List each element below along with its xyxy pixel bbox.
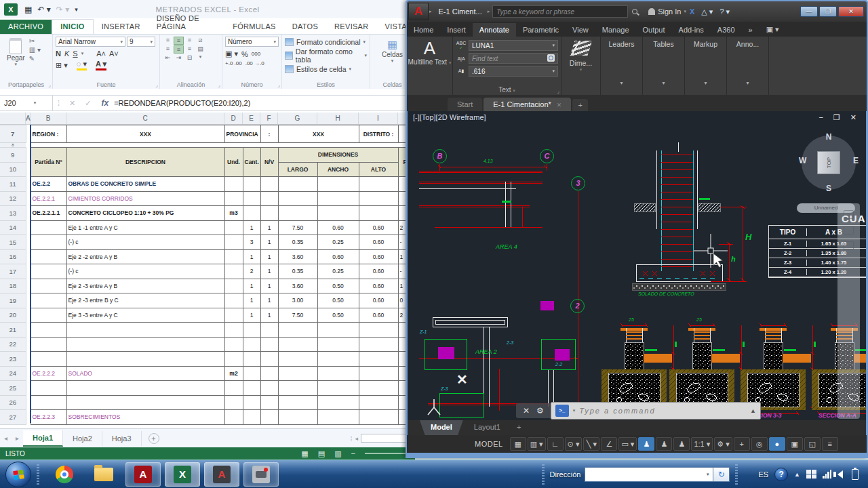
tab-a360[interactable]: A360 [711, 23, 742, 37]
find-text-input[interactable]: Find text [469, 53, 558, 64]
viewcube[interactable]: N S W E TOP [797, 131, 860, 194]
row-header[interactable]: 24 [0, 366, 26, 381]
tab-addins[interactable]: Add-ins [672, 23, 711, 37]
cell[interactable] [66, 352, 224, 367]
orientation-icon[interactable]: ⧄ [195, 37, 205, 45]
row-header[interactable]: 18 [0, 279, 26, 293]
tab-parametric[interactable]: Parametric [516, 23, 566, 37]
cell[interactable] [31, 381, 66, 396]
volume-icon[interactable] [837, 470, 843, 479]
tab-manage[interactable]: Manage [595, 23, 636, 37]
cell[interactable]: 0.25 [317, 264, 359, 279]
cell[interactable]: OE.2.2.2 [31, 366, 66, 381]
customization-menu-icon[interactable]: ≡ [822, 437, 838, 451]
cell[interactable] [359, 381, 398, 396]
cell[interactable]: 1 [260, 264, 278, 279]
graphics-performance-icon[interactable]: ● [769, 437, 785, 451]
merge-center-icon[interactable]: ⊟ [184, 54, 195, 61]
viewport-window-buttons[interactable]: − ❐ ✕ [818, 113, 861, 122]
tab-view[interactable]: View [566, 23, 595, 37]
cell[interactable]: PROVINCIA [224, 125, 260, 143]
cell[interactable]: 3.60 [278, 279, 317, 293]
alignment-launcher-icon[interactable]: ⌟ [218, 82, 220, 88]
add-layout-icon[interactable]: + [511, 420, 526, 435]
cell[interactable] [260, 337, 278, 352]
cell[interactable] [317, 395, 359, 410]
cell[interactable] [317, 191, 359, 206]
align-bottom-icon[interactable]: ≡ [184, 37, 195, 45]
isolate-objects-icon[interactable]: ◎ [751, 437, 768, 451]
cell[interactable]: 1 [260, 235, 278, 250]
cell[interactable] [260, 177, 278, 192]
workspace-gear-icon[interactable]: ⚙ ▾ [714, 437, 732, 451]
cell[interactable]: : [260, 125, 278, 143]
cell[interactable]: 0.60 [359, 279, 398, 293]
cell[interactable]: 1 [243, 249, 260, 264]
cell[interactable]: m3 [224, 206, 243, 221]
cell[interactable]: OBRAS DE CONCRETO SIMPLE [66, 177, 224, 192]
toolbar-grip[interactable] [37, 464, 39, 485]
cell[interactable] [317, 381, 359, 396]
start-button[interactable] [5, 462, 31, 487]
find-go-icon[interactable] [547, 54, 555, 62]
cell[interactable]: 0.50 [317, 279, 359, 293]
sheet-next-icon[interactable]: ▸ [12, 434, 23, 442]
row-header[interactable]: 10 [0, 162, 26, 177]
cell[interactable] [66, 337, 224, 352]
leaders-panel[interactable]: Leaders ▾ [601, 37, 643, 95]
bold-button[interactable]: N [56, 49, 61, 58]
sheet-tab-hoja2[interactable]: Hoja2 [63, 431, 102, 446]
insert-function-icon[interactable]: fx [96, 98, 115, 108]
cell[interactable] [243, 191, 260, 206]
new-tab-icon[interactable]: + [572, 99, 587, 111]
font-size-select[interactable]: 9▾ [127, 37, 155, 47]
cell[interactable] [66, 395, 224, 410]
header-cell[interactable]: Cant. [243, 148, 260, 177]
search-icon[interactable] [632, 9, 637, 14]
tab-inicio[interactable]: INICIO [52, 19, 93, 34]
text-height-select[interactable]: .616▾ [469, 66, 558, 77]
cell[interactable] [317, 177, 359, 192]
cell[interactable] [224, 249, 243, 264]
get-windows-icon[interactable] [806, 470, 816, 479]
tab-output[interactable]: Output [636, 23, 672, 37]
wrap-text-icon[interactable]: ▤ [195, 45, 205, 54]
cell[interactable]: 0.50 [317, 308, 359, 323]
cell[interactable] [243, 366, 260, 381]
align-top-icon[interactable]: ≡ [163, 37, 173, 45]
align-center-icon[interactable]: ≡ [174, 45, 184, 54]
cell[interactable] [224, 235, 243, 250]
layout1-tab[interactable]: Layout1 [463, 420, 511, 435]
grow-font-icon[interactable]: A˄ [96, 49, 106, 58]
navigation-bar[interactable] [837, 203, 860, 419]
header-cell[interactable]: ANCHO [317, 162, 359, 177]
viewport-controls[interactable]: [-][Top][2D Wireframe] [413, 113, 486, 121]
cell[interactable] [278, 381, 317, 396]
font-color-icon[interactable]: A ▾ [96, 60, 106, 70]
page-layout-view-icon[interactable]: ▤ [318, 449, 325, 458]
cell[interactable] [260, 191, 278, 206]
cell[interactable] [31, 337, 66, 352]
cell[interactable]: 0.60 [359, 235, 398, 250]
cell[interactable] [243, 410, 260, 425]
cell[interactable]: 0.60 [359, 220, 398, 235]
grid-display-icon[interactable]: ▦ [510, 437, 526, 451]
cell[interactable] [317, 352, 359, 367]
cell[interactable]: 0.35 [278, 264, 317, 279]
row-header[interactable]: 15 [0, 235, 26, 250]
cell[interactable]: m2 [224, 366, 243, 381]
increase-decimal-icon[interactable]: +.0 .00 [225, 60, 242, 66]
cell[interactable]: SOLADO [66, 366, 224, 381]
col-C[interactable]: C [66, 113, 224, 124]
number-launcher-icon[interactable]: ⌟ [277, 82, 280, 88]
cell[interactable] [260, 395, 278, 410]
row-header[interactable]: 17 [0, 264, 26, 279]
pan-icon[interactable] [844, 210, 854, 219]
format-as-table-button[interactable]: Dar formato como tabla▾ [285, 47, 367, 64]
cell[interactable] [278, 410, 317, 425]
cell[interactable] [317, 410, 359, 425]
address-input[interactable]: ▾ [585, 467, 713, 482]
tab-diseno[interactable]: DISEÑO DE PÁGINA [149, 12, 225, 34]
cell[interactable] [224, 395, 243, 410]
row-header[interactable]: 11 [0, 177, 26, 192]
